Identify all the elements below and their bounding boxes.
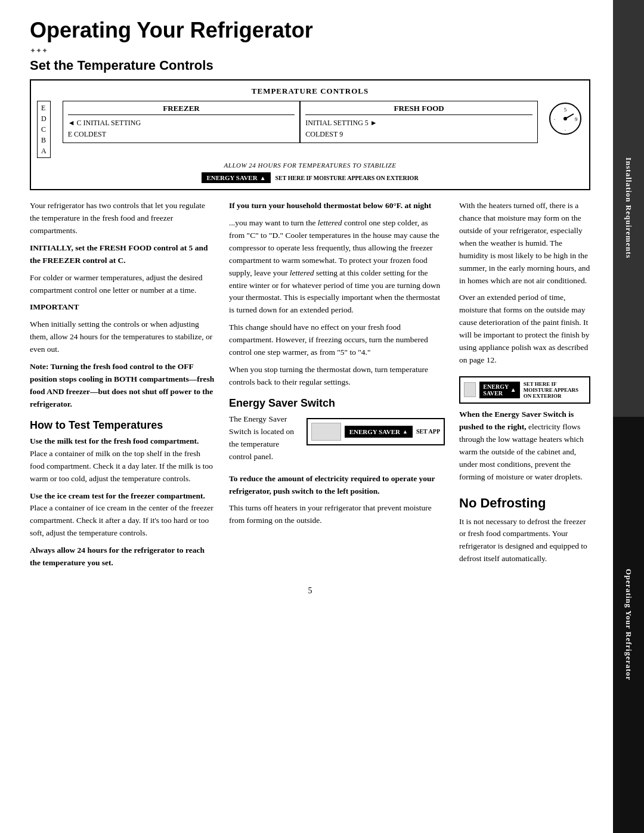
energy-saver-reduce-body: This turns off heaters in your refrigera… [229,502,445,527]
subtitle-deco: ✦✦✦ [30,47,590,55]
note-bold-text: Note: Turning the fresh food control to … [30,362,214,408]
temp-columns: FREEZER ◄ C INITIAL SETTING E COLDEST FR… [63,101,538,143]
initially-body: For colder or warmer temperatures, adjus… [30,272,215,297]
milk-test-bold: Use the milk test for the fresh food com… [30,436,199,445]
far-right-energy-saver-box: ENERGY SAVER ▲ SET HERE IF MOISTURE APPE… [459,376,590,404]
right-sidebar: Installation Requirements Operating Your… [613,0,644,833]
svg-text:·: · [565,127,566,133]
scale-b: B [41,135,47,145]
main-content: Operating Your Refrigerator ✦✦✦ Set the … [0,0,608,833]
energy-saver-reduce-para: To reduce the amount of electricity requ… [229,473,445,498]
energy-saver-hint: SET HERE IF MOISTURE APPEARS ON EXTERIOR [275,175,419,181]
svg-text:5: 5 [564,107,567,113]
ice-cream-para: Use the ice cream test for the freezer c… [30,490,215,540]
when-pushed-para: When the Energy Saver Switch is pushed t… [459,408,590,484]
no-defrost-section: No Defrosting It is not necessary to def… [459,496,590,566]
no-defrost-heading: No Defrosting [459,496,590,511]
freezer-col: FREEZER ◄ C INITIAL SETTING E COLDEST [63,101,301,143]
energy-saver-row-box: ENERGY SAVER ▲ SET HERE IF MOISTURE APPE… [37,172,583,183]
scale-e: E [41,103,47,113]
energy-saver-intro-text: The Energy Saver Switch is located on th… [229,413,301,463]
freezer-coldest-row: E COLDEST [68,129,295,140]
energy-saver-img-box: ENERGY SAVER ▲ SET APP [306,418,445,445]
set-temp-title: Set the Temperature Controls [30,58,590,73]
energy-saver-switch-img [311,423,341,441]
ice-cream-bold: Use the ice cream test for the freezer c… [30,491,205,500]
far-right-energy-badge: ENERGY SAVER ▲ [479,382,519,398]
page-number: 5 [30,586,590,596]
important-heading: IMPORTANT [30,301,215,314]
important-heading-text: IMPORTANT [30,302,79,311]
energy-saver-label-text: ENERGY SAVER [349,428,400,435]
if-you-turn-heading: If you turn your household thermostat be… [229,200,445,212]
milk-test-para: Use the milk test for the fresh food com… [30,435,215,485]
scale-d: D [41,113,47,124]
temp-dial-svg: 5 9 · · [547,101,583,137]
svg-point-6 [564,117,567,120]
note-bold: Note: Turning the fresh food control to … [30,361,215,411]
always-para: Always allow 24 hours for the refrigerat… [30,544,215,569]
energy-saver-heading: Energy Saver Switch [229,397,445,410]
energy-saver-intro-block: The Energy Saver Switch is located on th… [229,413,445,468]
fresh-food-col-header: FRESH FOOD [305,104,532,115]
fresh-food-col: FRESH FOOD INITIAL SETTING 5 ► COLDEST 9 [300,101,538,143]
far-right-para1: With the heaters turned off, there is a … [459,200,590,287]
freezer-initial-row: ◄ C INITIAL SETTING [68,117,295,129]
important-body: When initially setting the controls or w… [30,318,215,356]
operating-tab-label: Operating Your Refrigerator [624,569,633,680]
freezer-col-header: FREEZER [68,104,295,115]
temp-dial-area: 5 9 · · [547,101,583,137]
far-right-energy-label: ENERGY SAVER [483,383,508,397]
temp-controls-box: TEMPERATURE CONTROLS E D C B A FREEZER ◄… [30,79,590,190]
energy-saver-side-text: SET APP [416,428,440,435]
middle-column: If you turn your household thermostat be… [229,200,445,574]
svg-text:·: · [554,116,555,122]
left-column: Your refrigerator has two controls that … [30,200,215,574]
if-you-turn-body1: ...you may want to turn the lettered con… [229,217,445,317]
fresh-initial-row: INITIAL SETTING 5 ► [305,117,532,129]
scale-a: A [41,145,47,156]
far-right-switch-img [464,382,476,397]
energy-saver-badge-label: ENERGY SAVER [206,174,257,181]
temp-scale-diagram: E D C B A [37,101,51,158]
page-container: Operating Your Refrigerator ✦✦✦ Set the … [0,0,644,833]
allow-text: ALLOW 24 HOURS FOR TEMPERATURES TO STABI… [37,162,583,169]
body-two-col: Your refrigerator has two controls that … [30,200,590,574]
installation-tab: Installation Requirements [613,0,644,417]
initially-heading: INITIALLY, set the FRESH FOOD control at… [30,242,215,267]
temp-controls-title: TEMPERATURE CONTROLS [37,86,583,96]
initially-heading-text: INITIALLY, set the FRESH FOOD control at… [30,243,208,265]
far-right-para2: Over an extended period of time, moistur… [459,292,590,367]
intro-para: Your refrigerator has two controls that … [30,200,215,237]
how-to-test-heading: How to Test Temperatures [30,419,215,432]
operating-tab: Operating Your Refrigerator [613,417,644,834]
energy-saver-reduce-bold: To reduce the amount of electricity requ… [229,474,435,496]
ice-cream-body: Place a container of ice cream in the ce… [30,503,213,537]
always-bold: Always allow 24 hours for the refrigerat… [30,546,205,567]
if-you-turn-body2: This change should have no effect on you… [229,321,445,359]
far-right-energy-hint: SET HERE IF MOISTURE APPEARS ON EXTERIOR [524,381,586,399]
milk-test-body: Place a container of milk on the top she… [30,449,213,483]
svg-text:9: 9 [575,116,578,122]
if-you-turn-body1-text: ...you may want to turn the lettered con… [229,218,440,314]
energy-saver-label-dark: ENERGY SAVER ▲ [345,426,413,438]
far-right-column: With the heaters turned off, there is a … [459,200,590,574]
scale-c: C [41,124,47,135]
no-defrost-body: It is not necessary to defrost the freez… [459,516,590,566]
installation-tab-label: Installation Requirements [624,157,633,259]
page-title: Operating Your Refrigerator [30,18,590,43]
energy-saver-badge: ENERGY SAVER ▲ [202,172,270,183]
far-right-energy-arrow-icon: ▲ [510,386,516,393]
fresh-coldest-row: COLDEST 9 [305,129,532,140]
energy-saver-arrow-icon: ▲ [260,175,266,181]
if-you-turn-heading-text: If you turn your household thermostat be… [229,201,431,210]
if-you-turn-body3: When you stop turning the thermostat dow… [229,364,445,389]
energy-saver-arrow-right-icon: ▲ [402,429,408,435]
